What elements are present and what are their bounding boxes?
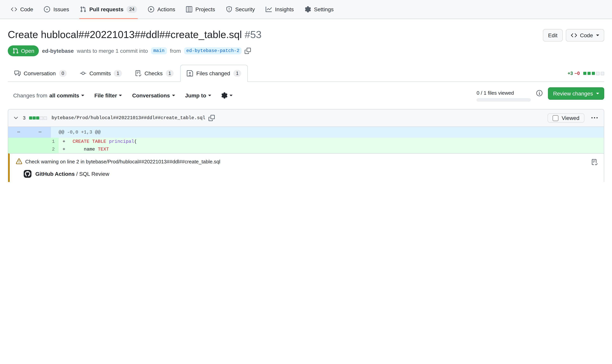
expand-diff-button[interactable]: ⋯ <box>29 127 51 138</box>
review-changes-button[interactable]: Review changes <box>548 87 604 100</box>
annotation-header-link[interactable]: Check warning on line 2 in bytebase/Prod… <box>25 158 220 164</box>
conversations-dropdown[interactable]: Conversations <box>132 92 175 99</box>
diffstat-block <box>40 116 43 120</box>
nav-item-projects[interactable]: Projects <box>181 0 220 19</box>
issue-opened-icon <box>44 6 50 13</box>
diffstat: +3 −0 <box>568 71 604 81</box>
code-line: name TEXT <box>68 145 109 153</box>
graph-icon <box>266 6 272 13</box>
code-icon <box>571 32 577 39</box>
edit-button[interactable]: Edit <box>543 29 562 41</box>
diffstat-block <box>36 117 39 119</box>
base-branch-label[interactable]: main <box>151 47 167 54</box>
git-pull-request-icon <box>80 6 86 13</box>
nav-label: Pull requests <box>89 6 123 13</box>
additions-count: +3 <box>568 71 573 76</box>
new-line-number[interactable]: 1 <box>33 138 59 145</box>
files-viewed-progress: 0 / 1 files viewed <box>477 89 531 102</box>
copy-branch-icon[interactable] <box>245 48 251 54</box>
diffstat-block <box>32 117 36 119</box>
pr-meta: Open ed-bytebase wants to merge 1 commit… <box>8 45 604 56</box>
file-path[interactable]: bytebase/Prod/hublocal##20221013##ddl##c… <box>52 115 205 121</box>
nav-item-issues[interactable]: Issues <box>40 0 74 19</box>
file-filter-dropdown[interactable]: File filter <box>94 92 122 99</box>
dropdown-caret-icon <box>119 95 122 98</box>
nav-item-code[interactable]: Code <box>6 0 38 19</box>
check-app-name[interactable]: GitHub Actions / SQL Review <box>35 171 109 177</box>
tab-counter: 0 <box>59 70 67 77</box>
chevron-down-icon[interactable] <box>13 115 19 121</box>
jump-to-dropdown[interactable]: Jump to <box>185 92 211 99</box>
head-branch-label[interactable]: ed-bytebase-patch-2 <box>184 47 242 54</box>
viewed-toggle[interactable]: Viewed <box>548 113 585 123</box>
file-header: 3 bytebase/Prod/hublocal##20221013##ddl#… <box>8 109 604 127</box>
tab-checks[interactable]: Checks 1 <box>129 65 180 82</box>
check-annotation-warning-402: Check warning on line 2 in bytebase/Prod… <box>8 153 604 182</box>
info-icon[interactable] <box>536 90 543 96</box>
github-actions-avatar <box>24 170 31 178</box>
nav-item-settings[interactable]: Settings <box>300 0 338 19</box>
tab-conversation[interactable]: Conversation 0 <box>8 65 73 82</box>
viewed-checkbox[interactable] <box>553 115 559 121</box>
changes-from-dropdown[interactable]: Changes from all commits <box>13 92 84 99</box>
nav-item-insights[interactable]: Insights <box>261 0 299 19</box>
diff-line-1: 1 + CREATE TABLE principal( <box>8 138 604 145</box>
tab-files-changed[interactable]: Files changed 1 <box>180 65 248 82</box>
play-icon <box>148 6 154 13</box>
nav-label: Insights <box>275 6 294 13</box>
nav-label: Projects <box>195 6 215 13</box>
comment-discussion-icon <box>14 70 21 77</box>
deletions-count: −0 <box>574 71 580 76</box>
tab-commits[interactable]: Commits 1 <box>73 65 129 82</box>
nav-label: Settings <box>314 6 333 13</box>
dropdown-caret-icon <box>172 95 175 98</box>
diffstat-block <box>587 72 591 75</box>
nav-item-actions[interactable]: Actions <box>143 0 180 19</box>
tab-counter: 1 <box>114 70 122 77</box>
nav-label: Issues <box>53 6 69 13</box>
dropdown-caret-icon <box>596 35 599 38</box>
code-line: CREATE TABLE principal( <box>68 138 137 145</box>
gear-icon <box>221 92 227 99</box>
pr-author[interactable]: ed-bytebase <box>42 48 74 54</box>
dropdown-caret-icon <box>596 93 599 96</box>
nav-label: Code <box>20 6 33 13</box>
nav-label: Security <box>235 6 255 13</box>
dropdown-caret-icon <box>208 95 211 98</box>
nav-item-security[interactable]: Security <box>221 0 259 19</box>
diff-add-marker: + <box>59 138 68 145</box>
files-viewed-progress-bar <box>477 98 531 102</box>
pr-state-badge: Open <box>8 45 39 56</box>
page: Code Issues Pull requests 24 Actions Pro… <box>0 0 612 182</box>
pr-title-text: Create hublocal##20221013##ddl##create_t… <box>8 29 242 40</box>
kebab-menu-icon[interactable] <box>591 115 598 121</box>
pr-header: Create hublocal##20221013##ddl##create_t… <box>8 28 604 41</box>
diffstat-block <box>583 72 586 75</box>
diff-add-marker: + <box>59 145 68 153</box>
dropdown-caret-icon <box>229 95 233 98</box>
copy-path-icon[interactable] <box>209 115 215 121</box>
expand-diff-button[interactable]: ⋯ <box>8 127 29 138</box>
shield-icon <box>226 6 232 13</box>
diff-hunk-row: ⋯ ⋯ @@ -0,0 +1,3 @@ <box>8 127 604 138</box>
nav-label: Actions <box>157 6 175 13</box>
pr-meta-text: wants to merge 1 commit into <box>77 48 148 54</box>
git-pull-request-icon <box>13 48 19 54</box>
diff-settings-dropdown[interactable] <box>221 92 233 99</box>
pull-requests-count: 24 <box>127 6 137 13</box>
diffstat-block <box>601 72 604 75</box>
old-line-number <box>8 138 33 145</box>
from-word: from <box>170 48 181 54</box>
new-line-number[interactable]: 2 <box>33 145 59 153</box>
nav-item-pull-requests[interactable]: Pull requests 24 <box>75 0 142 19</box>
tab-counter: 1 <box>233 70 241 77</box>
files-viewed-label: 0 / 1 files viewed <box>477 90 514 96</box>
code-button[interactable]: Code <box>566 29 604 41</box>
dropdown-caret-icon <box>81 95 84 98</box>
file-card: 3 bytebase/Prod/hublocal##20221013##ddl#… <box>8 109 604 182</box>
alert-warning-icon <box>16 158 22 165</box>
project-icon <box>186 6 192 13</box>
diffstat-block <box>29 117 32 119</box>
check-app-row: GitHub Actions / SQL Review <box>24 170 598 178</box>
checklist-icon[interactable] <box>591 159 598 165</box>
